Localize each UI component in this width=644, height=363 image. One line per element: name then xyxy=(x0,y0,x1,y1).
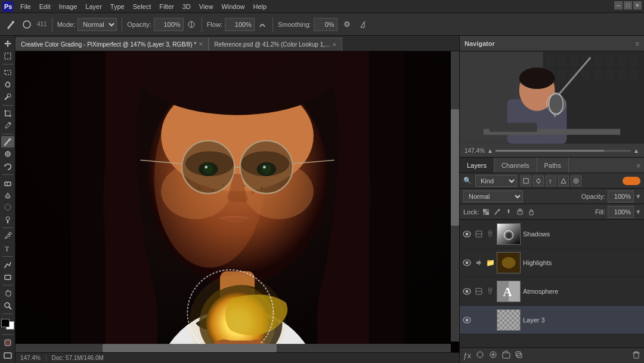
menu-file[interactable]: File xyxy=(17,2,35,11)
paint-bucket-tool[interactable] xyxy=(1,189,14,201)
layer-visibility-shadows[interactable] xyxy=(462,229,472,239)
add-adjustment-icon[interactable] xyxy=(489,350,497,361)
canvas-scrollbar-vertical[interactable] xyxy=(451,51,459,342)
magic-wand-tool[interactable] xyxy=(1,91,14,103)
lock-artboard-icon[interactable] xyxy=(515,207,525,217)
tab-channels[interactable]: Channels xyxy=(494,158,537,173)
toolbar-separator-3 xyxy=(202,17,202,32)
blur-tool[interactable] xyxy=(1,202,14,213)
brush-tool[interactable] xyxy=(1,136,14,147)
history-brush-tool[interactable] xyxy=(1,161,14,172)
opacity-input[interactable] xyxy=(154,18,184,31)
brush-angle-button[interactable] xyxy=(357,17,371,32)
hand-tool[interactable] xyxy=(1,288,14,299)
minimize-button[interactable]: ─ xyxy=(614,1,623,10)
color-swatches[interactable] xyxy=(1,319,14,330)
lock-checkerboard-icon[interactable] xyxy=(481,207,491,217)
layer-row-layer3[interactable]: Layer 3 xyxy=(460,306,644,334)
svg-point-17 xyxy=(5,204,11,210)
move-tool[interactable] xyxy=(1,38,14,50)
opacity-extra-button[interactable] xyxy=(186,17,197,32)
canvas-scrollbar-horizontal[interactable] xyxy=(16,344,451,352)
tab-paths[interactable]: Paths xyxy=(537,158,569,173)
flow-icon-button[interactable] xyxy=(257,17,268,32)
menu-type[interactable]: Type xyxy=(107,2,128,11)
layer-row-shadows[interactable]: Shadows xyxy=(460,220,644,248)
flow-input[interactable] xyxy=(225,18,255,31)
lock-brush-icon[interactable] xyxy=(493,207,502,217)
menu-view[interactable]: View xyxy=(196,2,217,11)
menu-help[interactable]: Help xyxy=(250,2,271,11)
layers-opacity-input[interactable] xyxy=(608,190,634,202)
shape-tool[interactable] xyxy=(1,271,14,282)
menu-filter[interactable]: Filter xyxy=(156,2,177,11)
canvas-area[interactable] xyxy=(16,51,459,352)
eraser-tool[interactable] xyxy=(1,177,14,189)
zoom-tool[interactable] xyxy=(1,300,14,311)
add-layer-icon[interactable] xyxy=(515,350,524,361)
lock-all-icon[interactable] xyxy=(527,207,536,217)
nav-zoom-in-button[interactable]: ▲ xyxy=(633,147,639,154)
layer-visibility-layer3[interactable] xyxy=(462,315,472,325)
filter-type-icon[interactable]: T xyxy=(546,176,556,186)
layers-panel-menu[interactable]: ≡ xyxy=(633,158,644,173)
restore-button[interactable]: □ xyxy=(624,1,632,10)
svg-point-9 xyxy=(7,94,11,97)
lock-position-icon[interactable] xyxy=(504,207,513,217)
layer-visibility-atmosphere[interactable] xyxy=(462,287,472,296)
svg-point-122 xyxy=(466,290,469,293)
filter-type-dropdown[interactable]: Kind xyxy=(475,175,517,187)
dodge-tool[interactable] xyxy=(1,214,14,225)
layers-fill-input[interactable] xyxy=(608,206,634,218)
menu-select[interactable]: Select xyxy=(129,2,155,11)
tab-reference-close[interactable]: ✕ xyxy=(332,42,337,48)
lasso-tool[interactable] xyxy=(1,79,14,90)
filter-smart-icon[interactable] xyxy=(571,176,581,186)
add-group-icon[interactable] xyxy=(502,350,510,361)
filter-toggle[interactable] xyxy=(623,177,640,185)
brush-tool-button[interactable] xyxy=(4,17,18,32)
blend-mode-dropdown[interactable]: Normal xyxy=(463,190,523,202)
close-button[interactable]: ✕ xyxy=(633,1,642,10)
layer-visibility-highlights[interactable] xyxy=(462,258,472,267)
svg-rect-92 xyxy=(524,179,528,183)
filter-adjust-icon[interactable] xyxy=(533,176,544,186)
nav-zoom-out-button[interactable]: ▲ xyxy=(487,147,493,154)
tab-main[interactable]: Creative Color Grading - PiXimperfect @ … xyxy=(16,38,209,51)
marquee-tool[interactable] xyxy=(1,67,14,78)
path-selection-tool[interactable] xyxy=(1,259,14,270)
opacity-arrow[interactable]: ▾ xyxy=(636,192,640,201)
fill-arrow[interactable]: ▾ xyxy=(636,207,640,216)
artboard-tool[interactable] xyxy=(1,51,14,62)
tab-reference[interactable]: Reference.psd @ 41.2% (Color Lookup 1,..… xyxy=(209,38,342,51)
add-style-icon[interactable]: ƒx xyxy=(463,352,471,360)
menu-3d[interactable]: 3D xyxy=(179,2,194,11)
delete-layer-icon[interactable] xyxy=(632,350,640,361)
brush-settings-button[interactable] xyxy=(20,17,34,32)
layer-row-atmosphere[interactable]: A Atmosphere xyxy=(460,277,644,306)
menu-window[interactable]: Window xyxy=(218,2,248,11)
pen-tool[interactable] xyxy=(1,230,14,242)
foreground-color-swatch[interactable] xyxy=(1,319,10,327)
eyedropper-tool[interactable] xyxy=(1,120,14,131)
status-bar: 147.4% | Doc: 57.1M/146.0M xyxy=(16,352,459,363)
filter-shape-icon[interactable] xyxy=(558,176,569,186)
add-mask-icon[interactable] xyxy=(476,350,484,361)
filter-pixel-icon[interactable] xyxy=(521,176,531,186)
smoothing-input[interactable] xyxy=(314,18,338,31)
clone-stamp-tool[interactable] xyxy=(1,149,14,160)
smoothing-settings-button[interactable]: ⚙ xyxy=(340,17,354,32)
nav-zoom-slider[interactable] xyxy=(496,150,631,152)
tab-layers[interactable]: Layers xyxy=(460,158,494,173)
screen-mode-button[interactable] xyxy=(1,350,14,361)
menu-layer[interactable]: Layer xyxy=(82,2,106,11)
tab-main-close[interactable]: ✕ xyxy=(199,41,203,47)
text-tool[interactable]: T xyxy=(1,242,14,254)
menu-image[interactable]: Image xyxy=(55,2,81,11)
navigator-menu-icon[interactable]: ≡ xyxy=(636,40,639,47)
mode-dropdown[interactable]: Normal xyxy=(78,18,117,31)
quick-mask-button[interactable] xyxy=(1,337,14,349)
layer-row-highlights[interactable]: 📁 Highlights xyxy=(460,248,644,277)
menu-edit[interactable]: Edit xyxy=(36,2,54,11)
crop-tool[interactable] xyxy=(1,107,14,119)
